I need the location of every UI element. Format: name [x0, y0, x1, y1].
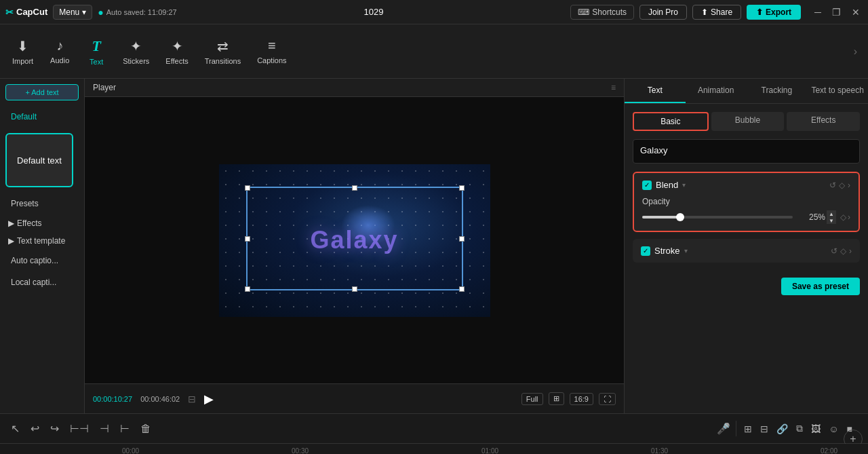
text-label: Text	[90, 58, 103, 66]
left-panel: + Add text Default Default text Presets …	[0, 79, 85, 413]
blend-keyframe-icon[interactable]: ◇	[839, 181, 845, 190]
handle-bottom-mid[interactable]	[352, 286, 357, 292]
toolbar-expand-button[interactable]: ›	[848, 40, 863, 63]
expand-button[interactable]: ⛶	[599, 393, 616, 405]
stroke-keyframe-controls: ↺ ◇ ›	[831, 246, 852, 256]
aspect-button[interactable]: 16:9	[570, 393, 593, 405]
default-text-card[interactable]: Default text	[5, 133, 73, 187]
toolbar-stickers[interactable]: ✦ Stickers	[116, 34, 156, 69]
handle-bottom-right[interactable]	[459, 286, 465, 292]
blend-checkbox[interactable]: ✓	[642, 181, 652, 190]
link-clips-button[interactable]: ⊞	[742, 421, 754, 436]
group-button[interactable]: ⊟	[758, 421, 770, 436]
blend-reset-icon[interactable]: ↺	[829, 181, 836, 190]
time-current: 00:00:10:27	[93, 395, 132, 403]
lock-button[interactable]: 🔗	[774, 421, 790, 436]
select-tool[interactable]: ↖	[8, 419, 22, 438]
stroke-more-icon[interactable]: ›	[849, 246, 852, 256]
toolbar-import[interactable]: ⬇ Import	[5, 34, 40, 69]
time-marker-90: 01:30	[651, 447, 668, 454]
style-tab-bubble[interactable]: Bubble	[711, 112, 785, 131]
toolbar-captions[interactable]: ≡ Captions	[250, 34, 293, 69]
opacity-slider-thumb[interactable]	[676, 213, 684, 221]
play-button[interactable]: ▶	[204, 392, 214, 406]
share-button[interactable]: ⬆ Share	[692, 5, 741, 20]
text-input[interactable]: Galaxy	[633, 139, 860, 164]
tab-text[interactable]: Text	[625, 79, 686, 103]
close-button[interactable]: ✕	[849, 5, 863, 19]
selection-box[interactable]	[246, 187, 463, 290]
stroke-reset-icon[interactable]: ↺	[831, 246, 837, 256]
handle-top-right[interactable]	[459, 185, 465, 191]
thumbnail-button[interactable]: 🖼	[809, 421, 823, 436]
toolbar-text[interactable]: T Text	[79, 33, 113, 70]
sidebar-item-auto-caption[interactable]: Auto captio...	[3, 250, 81, 271]
export-button[interactable]: ⬆ Export	[747, 5, 801, 20]
stroke-checkbox[interactable]: ✓	[641, 246, 650, 256]
toolbar-effects[interactable]: ✦ Effects	[159, 34, 195, 69]
join-pro-button[interactable]: Join Pro	[639, 5, 687, 20]
stroke-header: ✓ Stroke ▾ ↺ ◇ ›	[641, 246, 852, 256]
shortcuts-button[interactable]: ⌨ Shortcuts	[570, 5, 634, 20]
timeline-icon[interactable]: ⊟	[188, 394, 196, 404]
trim-left-tool[interactable]: ⊣	[97, 419, 112, 438]
handle-mid-right[interactable]	[459, 236, 465, 242]
stroke-arrow-icon: ▾	[684, 247, 688, 254]
player-menu-icon[interactable]: ≡	[611, 83, 616, 92]
opacity-increase[interactable]: ▲	[827, 210, 836, 217]
tab-text-to-speech[interactable]: Text to speech	[807, 79, 868, 103]
delete-tool[interactable]: 🗑	[138, 420, 154, 438]
handle-top-mid[interactable]	[352, 185, 357, 191]
toolbar-transitions[interactable]: ⇄ Transitions	[198, 34, 248, 69]
crop-button[interactable]: ⊞	[549, 392, 564, 405]
split-tool[interactable]: ⊢⊣	[67, 419, 92, 438]
stroke-keyframe-icon[interactable]: ◇	[840, 246, 846, 256]
opacity-value-group: 25% ▲ ▼ ◇ ›	[798, 210, 850, 224]
add-text-button[interactable]: + Add text	[5, 84, 79, 100]
sidebar-item-local-caption[interactable]: Local capti...	[3, 272, 81, 292]
effects-arrow-icon: ▶	[8, 219, 14, 228]
trim-right-tool[interactable]: ⊢	[117, 419, 132, 438]
player-header: Player ≡	[85, 79, 624, 97]
restore-button[interactable]: ❐	[829, 5, 844, 19]
style-tab-basic[interactable]: Basic	[633, 112, 709, 131]
import-icon: ⬇	[17, 38, 28, 54]
style-tab-effects[interactable]: Effects	[787, 112, 860, 131]
tab-animation[interactable]: Animation	[686, 79, 747, 103]
full-button[interactable]: Full	[521, 393, 543, 405]
mic-button[interactable]: 🎤	[717, 422, 730, 435]
style-tab-bar: Basic Bubble Effects	[633, 112, 860, 131]
menu-button[interactable]: Menu ▾	[53, 5, 92, 20]
minimize-button[interactable]: ─	[812, 5, 824, 19]
opacity-spinners: ▲ ▼	[827, 210, 836, 224]
timeline-toolbar: ↖ ↩ ↪ ⊢⊣ ⊣ ⊢ 🗑 🎤 ⊞ ⊟ 🔗 ⧉ 🖼 ☺ ■ +	[0, 414, 868, 444]
player-area: Galaxy	[85, 97, 624, 383]
menu-label: Menu	[59, 7, 79, 17]
undo-tool[interactable]: ↩	[28, 419, 42, 438]
auto-save-icon: ●	[98, 7, 103, 18]
audio-link-button[interactable]: ⧉	[794, 421, 805, 436]
sidebar-item-default[interactable]: Default	[3, 107, 81, 127]
timeline-content: 00:00 00:30 01:00 01:30 02:00 TI 🔒 👁	[0, 444, 868, 454]
handle-mid-left[interactable]	[245, 236, 250, 242]
sidebar-item-text-template[interactable]: ▶ Text template	[0, 232, 84, 250]
save-preset-button[interactable]: Save as preset	[781, 278, 860, 295]
share-icon: ⬆	[701, 7, 708, 17]
toolbar-audio[interactable]: ♪ Audio	[43, 34, 77, 69]
sidebar-item-effects[interactable]: ▶ Effects	[0, 214, 84, 232]
opacity-decrease[interactable]: ▼	[827, 217, 836, 224]
tab-tracking[interactable]: Tracking	[747, 79, 808, 103]
shortcuts-icon: ⌨	[578, 7, 589, 17]
sidebar-item-presets[interactable]: Presets	[3, 193, 81, 214]
time-marker-0: 00:00	[122, 447, 139, 454]
captions-icon: ≡	[268, 38, 276, 54]
opacity-slider[interactable]	[642, 216, 793, 219]
redo-tool[interactable]: ↪	[47, 419, 62, 438]
opacity-keyframe-icon[interactable]: ◇	[840, 212, 846, 222]
handle-bottom-left[interactable]	[245, 286, 250, 292]
handle-top-left[interactable]	[245, 185, 250, 191]
blend-more-icon[interactable]: ›	[848, 181, 850, 190]
default-text-grid: Default text	[0, 128, 84, 193]
emoji-button[interactable]: ☺	[827, 421, 840, 436]
opacity-more-icon[interactable]: ›	[848, 212, 850, 222]
